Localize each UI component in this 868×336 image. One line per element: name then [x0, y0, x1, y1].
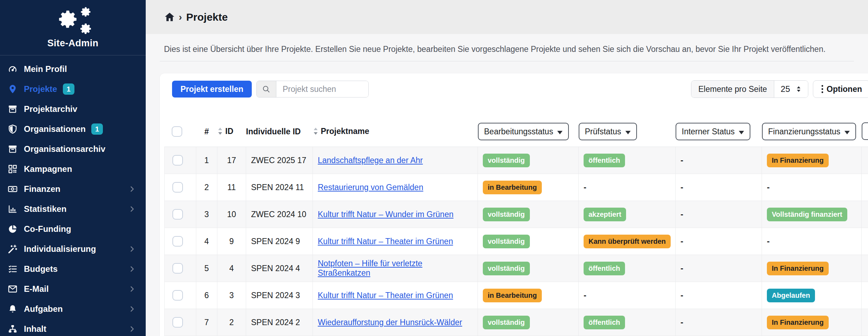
filter-button-partial[interactable] [862, 122, 868, 140]
status-badge: Abgelaufen [767, 289, 815, 302]
sidebar-item-budgets[interactable]: Budgets [0, 259, 146, 279]
sitemap-icon [8, 324, 20, 334]
project-link[interactable]: Kultur trifft Natur – Theater im Grünen [318, 237, 453, 246]
project-link[interactable]: Landschaftspflege an der Ahr [318, 156, 423, 165]
status-badge: in Bearbeitung [483, 289, 542, 302]
magic-wand-icon [8, 244, 20, 254]
cell-name: Kultur trifft Natur – Wunder im Grünen [313, 201, 478, 228]
filter-button-bearbeitungsstatus[interactable]: Bearbeitungsstatus [478, 123, 569, 140]
cell-bearbeitungsstatus: vollständig [478, 309, 579, 336]
shield-icon [8, 124, 20, 134]
bell-icon [8, 304, 20, 314]
divider [160, 61, 854, 61]
cell-finanzierungsstatus: Vollständig finanziert [762, 201, 862, 228]
chevron-right-icon [128, 205, 136, 213]
filter-button-pr-fstatus[interactable]: Prüfstatus [579, 123, 637, 140]
cell-overflow [862, 309, 868, 336]
cell-name: Landschaftspflege an der Ahr [313, 147, 478, 174]
cell-finanzierungsstatus: - [762, 228, 862, 255]
cell-bearbeitungsstatus: vollständig [478, 147, 579, 174]
cell-num: 5 [196, 255, 217, 282]
empty-value: - [680, 236, 683, 246]
cell-overflow [862, 201, 868, 228]
empty-value: - [680, 182, 683, 192]
caret-down-icon [844, 127, 850, 136]
project-link[interactable]: Kultur trifft Natur – Wunder im Grünen [318, 210, 453, 219]
project-link[interactable]: Kultur trifft Natur – Theater im Grünen [318, 291, 453, 300]
row-checkbox[interactable] [172, 317, 183, 328]
sidebar-nav: Mein Profil Projekte 1 Projektarchiv Org… [0, 55, 146, 336]
sidebar-item-finanzen[interactable]: Finanzen [0, 179, 146, 199]
intro-text: Dies ist eine Übersicht über Ihre Projek… [164, 45, 854, 54]
cell-interner-status: - [676, 282, 762, 309]
select-all-checkbox[interactable] [172, 126, 182, 137]
project-search [256, 81, 369, 98]
cell-num: 3 [196, 201, 217, 228]
cell-overflow [862, 174, 868, 201]
pie-chart-icon [8, 224, 20, 234]
search-input[interactable] [276, 81, 368, 97]
map-pin-icon [8, 84, 20, 94]
main-area: › Projekte Dies ist eine Übersicht über … [146, 0, 868, 336]
sidebar-item-projektarchiv[interactable]: Projektarchiv [0, 99, 146, 119]
cell-bearbeitungsstatus: vollständig [478, 228, 579, 255]
sidebar-item-projekte[interactable]: Projekte 1 [0, 79, 146, 99]
cell-bearbeitungsstatus: vollständig [478, 255, 579, 282]
sidebar-item-kampagnen[interactable]: Kampagnen [0, 159, 146, 179]
project-link[interactable]: Wiederaufforstung der Hunsrück-Wälder [318, 318, 462, 327]
sidebar-item-e-mail[interactable]: E-Mail [0, 279, 146, 299]
sidebar: Site-Admin Mein Profil Projekte 1 Projek… [0, 0, 146, 336]
cell-pruefstatus: - [579, 174, 676, 201]
sidebar-item-mein-profil[interactable]: Mein Profil [0, 59, 146, 79]
cell-custom-id: ZWEC 2024 10 [246, 201, 313, 228]
empty-value: - [584, 290, 586, 300]
row-checkbox[interactable] [172, 182, 183, 193]
cell-overflow [862, 282, 868, 309]
cell-id: 11 [217, 174, 246, 201]
row-checkbox[interactable] [172, 263, 183, 274]
sidebar-item-individualisierung[interactable]: Individualisierung [0, 239, 146, 259]
sort-icon[interactable] [313, 127, 318, 135]
cell-overflow [862, 147, 868, 174]
cell-name: Restaurierung von Gemälden [313, 174, 478, 201]
sidebar-item-organisationen[interactable]: Organisationen 1 [0, 119, 146, 139]
projects-card: Projekt erstellen Elemente pro Seite 25 [160, 73, 868, 336]
table-header-row: # ID Individuelle ID [165, 116, 868, 147]
home-icon[interactable] [164, 12, 175, 23]
status-badge: In Finanzierung [767, 316, 829, 329]
cell-id: 3 [217, 282, 246, 309]
cell-bearbeitungsstatus: vollständig [478, 201, 579, 228]
row-checkbox[interactable] [172, 155, 183, 166]
status-badge: vollständig [483, 262, 530, 275]
table-row: 7 2 SPEN 2024 2 Wiederaufforstung der Hu… [165, 309, 868, 336]
sort-icon[interactable] [217, 127, 223, 135]
create-project-button[interactable]: Projekt erstellen [172, 81, 252, 98]
column-header-name: Projektname [313, 127, 369, 136]
project-link[interactable]: Restaurierung von Gemälden [318, 183, 423, 192]
project-link[interactable]: Notpfoten – Hilfe für verletzte Straßenk… [318, 259, 422, 277]
cell-bearbeitungsstatus: in Bearbeitung [478, 174, 579, 201]
sidebar-item-aufgaben[interactable]: Aufgaben [0, 299, 146, 319]
status-badge: vollständig [483, 316, 530, 329]
options-button[interactable]: Optionen [813, 80, 868, 98]
row-checkbox[interactable] [172, 209, 183, 220]
sidebar-item-organisationsarchiv[interactable]: Organisationsarchiv [0, 139, 146, 159]
filter-button-finanzierungsstatus[interactable]: Finanzierungsstatus [762, 123, 856, 140]
per-page-select[interactable]: 25 [774, 81, 808, 98]
table-row: 6 3 SPEN 2024 3 Kultur trifft Natur – Th… [165, 282, 868, 309]
filter-button-interner-status[interactable]: Interner Status [676, 123, 751, 140]
row-checkbox[interactable] [172, 290, 183, 301]
sidebar-item-co-funding[interactable]: Co-Funding [0, 219, 146, 239]
sidebar-item-statistiken[interactable]: Statistiken [0, 199, 146, 219]
sidebar-item-inhalt[interactable]: Inhalt [0, 319, 146, 336]
row-checkbox[interactable] [172, 236, 183, 247]
cell-interner-status: - [676, 147, 762, 174]
banknote-icon [8, 184, 20, 194]
status-badge: vollständig [483, 154, 530, 167]
status-badge: akzeptiert [584, 208, 626, 221]
empty-value: - [680, 317, 683, 327]
status-badge: In Finanzierung [767, 262, 829, 275]
cell-pruefstatus: öffentlich [579, 255, 676, 282]
list-check-icon [8, 264, 20, 274]
cell-overflow [862, 255, 868, 282]
